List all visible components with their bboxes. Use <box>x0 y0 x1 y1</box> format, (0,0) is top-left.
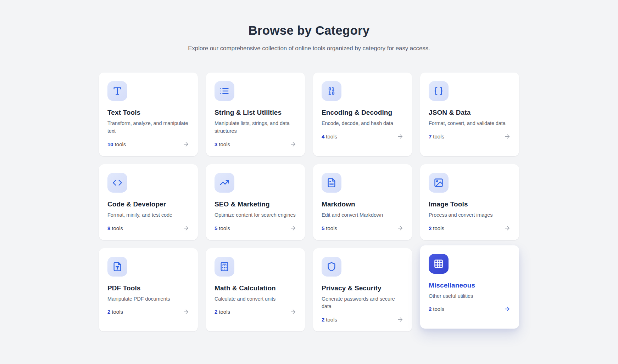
category-title: JSON & Data <box>429 109 471 116</box>
category-footer: 2tools <box>429 306 511 312</box>
tool-count-number: 4 <box>322 133 324 140</box>
arrow-right-icon <box>504 133 511 140</box>
category-description: Generate passwords and secure data <box>322 295 403 311</box>
category-description: Other useful utilities <box>429 292 473 300</box>
category-card-image-tools[interactable]: Image Tools Process and convert images 2… <box>420 164 519 240</box>
tool-count: 7tools <box>429 133 444 140</box>
tool-count: 2tools <box>322 317 337 323</box>
category-footer: 2tools <box>322 316 403 323</box>
category-footer: 5tools <box>215 225 296 232</box>
category-footer: 2tools <box>107 308 189 315</box>
type-icon <box>112 86 122 96</box>
tool-count-label: tools <box>112 309 123 315</box>
tool-count: 4tools <box>322 133 337 140</box>
category-icon-tile <box>107 257 127 277</box>
category-title: Code & Developer <box>107 200 166 208</box>
tool-count-number: 2 <box>429 225 432 231</box>
tool-count: 2tools <box>107 309 123 315</box>
page-subtitle: Explore our comprehensive collection of … <box>187 44 432 53</box>
category-icon-tile <box>107 81 127 101</box>
tool-count-label: tools <box>115 141 126 147</box>
list-icon <box>219 86 229 96</box>
page-title: Browse by Category <box>0 23 618 38</box>
tool-count: 5tools <box>215 225 230 231</box>
tool-count-number: 2 <box>429 306 432 312</box>
category-title: Privacy & Security <box>322 284 382 292</box>
tool-count-number: 5 <box>322 225 324 231</box>
category-icon-tile <box>322 173 341 193</box>
tool-count-number: 5 <box>215 225 217 231</box>
category-description: Format, minify, and test code <box>107 211 172 219</box>
category-card-math-calculation[interactable]: Math & Calculation Calculate and convert… <box>206 248 305 332</box>
tool-count-number: 2 <box>215 309 217 315</box>
category-card-encoding-decoding[interactable]: Encoding & Decoding Encode, decode, and … <box>313 73 412 156</box>
category-footer: 3tools <box>215 141 296 148</box>
category-description: Calculate and convert units <box>215 295 275 303</box>
tool-count-number: 10 <box>107 141 113 147</box>
category-title: Math & Calculation <box>215 284 276 292</box>
tool-count-label: tools <box>433 306 444 312</box>
braces-icon <box>434 86 444 96</box>
category-card-markdown[interactable]: Markdown Edit and convert Markdown 5tool… <box>313 164 412 240</box>
category-description: Manipulate lists, strings, and data stru… <box>215 120 296 135</box>
category-description: Format, convert, and validate data <box>429 120 506 127</box>
image-icon <box>434 178 444 188</box>
tool-count-label: tools <box>326 133 337 140</box>
category-icon-tile <box>429 254 449 274</box>
arrow-right-icon <box>183 308 189 315</box>
tool-count-label: tools <box>219 225 230 231</box>
category-card-pdf-tools[interactable]: PDF Tools Manipulate PDF documents 2tool… <box>99 248 198 332</box>
arrow-right-icon <box>290 308 296 315</box>
tool-count: 2tools <box>429 306 444 312</box>
trending-up-icon <box>219 178 229 188</box>
arrow-right-icon <box>504 225 511 232</box>
category-card-text-tools[interactable]: Text Tools Transform, analyze, and manip… <box>99 73 198 156</box>
tool-count-label: tools <box>326 317 337 323</box>
category-description: Edit and convert Markdown <box>322 211 383 219</box>
category-footer: 7tools <box>429 133 511 140</box>
category-footer: 2tools <box>215 308 296 315</box>
category-icon-tile <box>429 173 449 193</box>
category-card-miscellaneous[interactable]: Miscellaneous Other useful utilities 2to… <box>420 245 519 329</box>
category-card-string-list-utilities[interactable]: String & List Utilities Manipulate lists… <box>206 73 305 156</box>
category-card-json-data[interactable]: JSON & Data Format, convert, and validat… <box>420 73 519 156</box>
tool-count: 10tools <box>107 141 126 147</box>
category-icon-tile <box>215 81 234 101</box>
category-card-code-developer[interactable]: Code & Developer Format, minify, and tes… <box>99 164 198 240</box>
arrow-right-icon <box>290 225 296 232</box>
category-description: Optimize content for search engines <box>215 211 296 219</box>
category-icon-tile <box>429 81 449 101</box>
arrow-right-icon <box>183 141 189 148</box>
grid-3x3-icon <box>434 259 444 269</box>
category-card-privacy-security[interactable]: Privacy & Security Generate passwords an… <box>313 248 412 332</box>
tool-count: 2tools <box>429 225 444 231</box>
tool-count: 2tools <box>215 309 230 315</box>
arrow-right-icon <box>397 316 403 323</box>
binary-icon <box>327 86 336 96</box>
tool-count-number: 2 <box>107 309 110 315</box>
category-icon-tile <box>215 257 234 277</box>
category-footer: 10tools <box>107 141 189 148</box>
tool-count-number: 2 <box>322 317 324 323</box>
category-grid: Text Tools Transform, analyze, and manip… <box>99 73 519 331</box>
shield-icon <box>327 262 336 272</box>
category-icon-tile <box>215 173 234 193</box>
browse-by-category-section: Browse by Category Explore our comprehen… <box>0 0 618 331</box>
category-icon-tile <box>322 81 341 101</box>
category-title: Encoding & Decoding <box>322 109 392 116</box>
category-title: Text Tools <box>107 109 140 116</box>
tool-count-label: tools <box>326 225 337 231</box>
category-footer: 2tools <box>429 225 511 232</box>
category-title: String & List Utilities <box>215 109 282 116</box>
category-card-seo-marketing[interactable]: SEO & Marketing Optimize content for sea… <box>206 164 305 240</box>
category-description: Encode, decode, and hash data <box>322 120 393 127</box>
arrow-right-icon <box>504 306 511 312</box>
arrow-right-icon <box>290 141 296 148</box>
category-title: SEO & Marketing <box>215 200 270 208</box>
category-footer: 5tools <box>322 225 403 232</box>
arrow-right-icon <box>183 225 189 232</box>
code-icon <box>112 178 122 188</box>
category-footer: 8tools <box>107 225 189 232</box>
category-icon-tile <box>107 173 127 193</box>
arrow-right-icon <box>397 133 403 140</box>
